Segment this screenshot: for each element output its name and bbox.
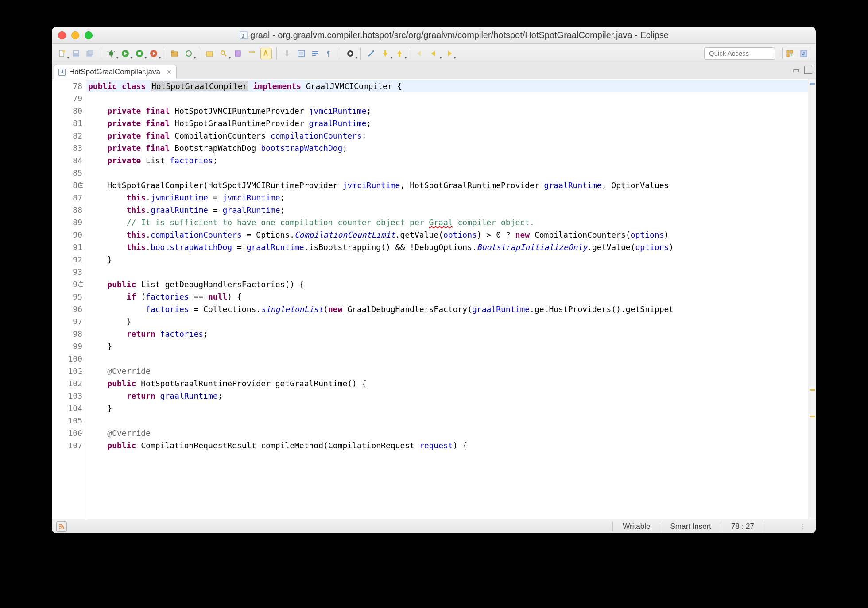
svg-marker-48	[431, 51, 435, 56]
show-whitespace-button[interactable]: ¶	[324, 48, 335, 59]
toggle-breadcrumb-button[interactable]	[246, 48, 258, 59]
open-perspective-button[interactable]: +	[783, 48, 796, 59]
prev-ann-dd-button[interactable]	[394, 48, 405, 59]
code-line[interactable]: private final HotSpotJVMCIRuntimeProvide…	[86, 105, 808, 117]
close-tab-icon[interactable]: ✕	[167, 69, 172, 76]
fold-toggle-icon[interactable]: −	[79, 431, 83, 435]
code-line[interactable]: // It is sufficient to have one compilat…	[86, 216, 808, 229]
mark-occurrences-button[interactable]	[260, 48, 272, 59]
debug-dd-button[interactable]	[105, 48, 117, 59]
code-line[interactable]: }	[86, 402, 808, 415]
ext-tools-dd-button[interactable]	[148, 48, 159, 59]
code-line[interactable]: private final BootstrapWatchDog bootstra…	[86, 142, 808, 154]
code-line[interactable]: if (factories == null) {	[86, 291, 808, 303]
search-dd-button[interactable]	[218, 48, 229, 59]
code-line[interactable]: this.jvmciRuntime = jvmciRuntime;	[86, 192, 808, 204]
svg-rect-26	[235, 51, 240, 56]
code-line[interactable]: this.graalRuntime = graalRuntime;	[86, 204, 808, 216]
toolbar-separator	[164, 47, 164, 60]
toolbar-separator	[340, 47, 340, 60]
svg-marker-47	[417, 51, 421, 56]
fold-toggle-icon[interactable]: −	[79, 369, 83, 373]
code-line[interactable]: @Override	[86, 427, 808, 439]
new-dd-button[interactable]	[56, 48, 68, 59]
forward-dd-button[interactable]	[443, 48, 454, 59]
code-line[interactable]	[86, 92, 808, 105]
line-number: 106−	[60, 427, 82, 439]
code-line[interactable]: this.compilationCounters = Options.Compi…	[86, 229, 808, 241]
code-line[interactable]: public List getDebugHandlersFactories() …	[86, 278, 808, 291]
toolbar-separator	[276, 47, 277, 60]
save-button	[70, 48, 82, 59]
code-line[interactable]: return graalRuntime;	[86, 390, 808, 402]
zoom-window-button[interactable]	[85, 31, 93, 39]
code-line[interactable]: }	[86, 340, 808, 353]
next-ann-dd-button[interactable]	[380, 48, 391, 59]
line-number: 95	[60, 291, 82, 303]
line-number: 89	[60, 216, 82, 229]
svg-marker-43	[383, 53, 388, 57]
code-line[interactable]: factories = Collections.singletonList(ne…	[86, 303, 808, 316]
quick-access	[704, 47, 775, 60]
statusbar: Writable Smart Insert 78 : 27 ⋮	[52, 519, 816, 533]
code-line[interactable]	[86, 167, 808, 179]
toggle-word-wrap-button[interactable]	[310, 48, 321, 59]
code-line[interactable]: private final CompilationCounters compil…	[86, 130, 808, 142]
back-dd-button[interactable]	[429, 48, 440, 59]
code-line[interactable]: public HotSpotGraalRuntimeProvider getGr…	[86, 377, 808, 390]
code-editor[interactable]: 787980818283848586−8788899091929394−9596…	[52, 79, 816, 519]
code-line[interactable]	[86, 353, 808, 365]
code-line[interactable]: @Override	[86, 365, 808, 377]
svg-rect-52	[787, 54, 789, 57]
line-number: 79	[60, 92, 82, 105]
open-task-button[interactable]	[232, 48, 244, 59]
line-number: 88	[60, 204, 82, 216]
overview-ruler[interactable]	[808, 79, 816, 519]
java-file-icon: J	[58, 69, 66, 76]
tab-label: HotSpotGraalCompiler.java	[69, 68, 160, 77]
code-line[interactable]: HotSpotGraalCompiler(HotSpotJVMCIRuntime…	[86, 179, 808, 192]
feed-icon[interactable]	[56, 521, 67, 532]
fold-toggle-icon[interactable]: −	[79, 282, 83, 287]
fold-toggle-icon[interactable]: −	[79, 183, 83, 188]
code-line[interactable]: public CompilationRequestResult compileM…	[86, 439, 808, 452]
toolbar-separator	[360, 47, 361, 60]
editor-tab[interactable]: J HotSpotGraalCompiler.java ✕	[54, 65, 177, 79]
svg-rect-34	[299, 52, 303, 55]
svg-rect-44	[384, 50, 386, 54]
quick-access-input[interactable]	[704, 47, 775, 60]
line-number: 107	[60, 439, 82, 452]
window-controls	[58, 31, 93, 39]
java-perspective-button[interactable]: J	[798, 48, 810, 59]
maximize-view-icon[interactable]	[804, 66, 812, 74]
code-line[interactable]: private List factories;	[86, 154, 808, 167]
annotation-dd-button[interactable]	[345, 48, 356, 59]
open-type-button[interactable]	[204, 48, 215, 59]
code-line[interactable]: this.bootstrapWatchDog = graalRuntime.is…	[86, 241, 808, 254]
close-window-button[interactable]	[58, 31, 66, 39]
build-dd-button[interactable]	[183, 48, 194, 59]
coverage-dd-button[interactable]	[134, 48, 145, 59]
code-line[interactable]: public class HotSpotGraalCompiler implem…	[86, 80, 808, 92]
code-line[interactable]	[86, 415, 808, 427]
code-line[interactable]: private final HotSpotGraalRuntimeProvide…	[86, 117, 808, 130]
step-disabled-button	[281, 48, 293, 59]
code-line[interactable]	[86, 266, 808, 278]
code-area[interactable]: public class HotSpotGraalCompiler implem…	[86, 79, 808, 519]
line-number: 102	[60, 377, 82, 390]
toggle-block-button[interactable]	[295, 48, 307, 59]
code-line[interactable]: }	[86, 254, 808, 266]
code-line[interactable]: return factories;	[86, 328, 808, 340]
code-line[interactable]: }	[86, 316, 808, 328]
run-dd-button[interactable]	[120, 48, 131, 59]
minimize-view-icon[interactable]: ▭	[793, 66, 801, 74]
new-project-button[interactable]	[169, 48, 180, 59]
statusbar-menu-icon[interactable]: ⋮	[800, 523, 807, 530]
eclipse-window: J graal - org.graalvm.compiler.hotspot/s…	[52, 27, 816, 533]
line-number: 85	[60, 167, 82, 179]
minimize-window-button[interactable]	[71, 31, 79, 39]
line-number: 90	[60, 229, 82, 241]
pin-button[interactable]	[365, 48, 377, 59]
svg-point-56	[59, 527, 61, 529]
insert-mode-status: Smart Insert	[660, 522, 721, 531]
